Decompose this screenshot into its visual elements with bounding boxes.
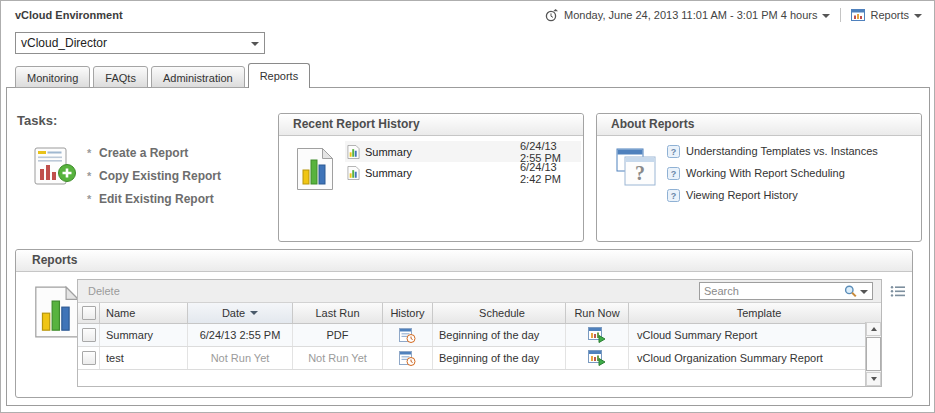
search-input[interactable] xyxy=(700,285,844,297)
task-create-report[interactable]: * Create a Report xyxy=(87,141,221,164)
column-header-date[interactable]: Date xyxy=(188,303,293,323)
column-header-last-run[interactable]: Last Run xyxy=(293,303,383,323)
reports-menu-icon xyxy=(851,9,865,21)
history-icon[interactable] xyxy=(383,324,433,346)
column-header-template[interactable]: Template xyxy=(629,303,881,323)
report-document-icon xyxy=(296,147,334,191)
column-header-label: Name xyxy=(106,307,135,319)
reports-menu[interactable]: Reports xyxy=(851,9,922,21)
column-header-schedule[interactable]: Schedule xyxy=(433,303,566,323)
help-link-label: Working With Report Scheduling xyxy=(686,167,845,179)
cell-name: Summary xyxy=(100,324,188,346)
environment-dropdown[interactable]: vCloud_Director xyxy=(15,32,265,54)
cell-date: Not Run Yet xyxy=(188,347,293,369)
column-header-label: Template xyxy=(737,307,782,319)
help-link-label: Viewing Report History xyxy=(686,189,798,201)
task-edit-existing-report[interactable]: * Edit Existing Report xyxy=(87,187,221,210)
column-header-history[interactable]: History xyxy=(383,303,433,323)
environment-dropdown-value: vCloud_Director xyxy=(16,36,246,50)
reports-panel: Reports Delete xyxy=(15,249,913,398)
tab-reports[interactable]: Reports xyxy=(248,63,311,88)
tab-faqts[interactable]: FAQts xyxy=(93,66,148,88)
reports-document-icon xyxy=(34,284,80,340)
task-bullet: * xyxy=(87,170,99,182)
reports-table: Delete Nam xyxy=(77,279,882,387)
tab-monitoring[interactable]: Monitoring xyxy=(15,66,90,88)
topbar-divider xyxy=(840,8,841,22)
task-copy-existing-report[interactable]: * Copy Existing Report xyxy=(87,164,221,187)
cell-template: vCloud Organization Summary Report xyxy=(629,347,881,369)
help-link-report-scheduling[interactable]: ? Working With Report Scheduling xyxy=(667,162,917,184)
cell-last-run: PDF xyxy=(293,324,383,346)
recent-report-link[interactable]: Summary xyxy=(365,146,412,158)
help-link-label: Understanding Templates vs. Instances xyxy=(686,145,878,157)
cell-name: test xyxy=(100,347,188,369)
dropdown-arrow-icon xyxy=(246,41,264,46)
run-now-icon[interactable] xyxy=(566,324,629,346)
about-reports-icon: ? xyxy=(616,148,658,188)
row-checkbox[interactable] xyxy=(82,351,96,365)
cell-schedule: Beginning of the day xyxy=(433,324,566,346)
help-link-templates-vs-instances[interactable]: ? Understanding Templates vs. Instances xyxy=(667,140,917,162)
search-icon xyxy=(844,285,857,298)
about-reports-panel: About Reports ? ? Understanding Template… xyxy=(596,113,922,242)
vertical-scrollbar[interactable] xyxy=(865,322,881,386)
select-all-checkbox[interactable] xyxy=(82,306,96,320)
row-select-cell xyxy=(78,324,100,346)
customizer-icon[interactable] xyxy=(890,285,906,298)
row-select-cell xyxy=(78,347,100,369)
report-document-icon xyxy=(347,145,360,159)
svg-text:?: ? xyxy=(671,168,677,178)
scroll-down-button[interactable] xyxy=(866,372,881,386)
row-checkbox[interactable] xyxy=(82,328,96,342)
task-bullet: * xyxy=(87,193,99,205)
recent-report-history-panel: Recent Report History Summary 6/24/13 2:… xyxy=(278,113,584,242)
search-controls[interactable] xyxy=(844,285,872,298)
cell-template: vCloud Summary Report xyxy=(629,324,881,346)
help-page-icon: ? xyxy=(667,145,680,158)
delete-button[interactable]: Delete xyxy=(78,285,120,297)
svg-text:?: ? xyxy=(671,190,677,200)
svg-text:?: ? xyxy=(671,146,677,156)
tab-bar: Monitoring FAQts Administration Reports xyxy=(15,63,313,88)
reports-panel-title: Reports xyxy=(16,250,912,272)
scroll-up-button[interactable] xyxy=(866,322,881,336)
recent-report-link[interactable]: Summary xyxy=(365,167,412,179)
recent-entry-row: Summary 6/24/13 2:42 PM xyxy=(345,162,581,183)
recent-report-time: 6/24/13 2:42 PM xyxy=(520,161,581,185)
task-label: Copy Existing Report xyxy=(99,169,221,183)
history-icon[interactable] xyxy=(383,347,433,369)
page-title: vCloud Environment xyxy=(15,9,123,21)
topbar-right: Monday, June 24, 2013 11:01 AM - 3:01 PM… xyxy=(545,8,922,22)
reports-table-header: Name Date Last Run History Schedule Run … xyxy=(78,303,881,324)
cell-last-run: Not Run Yet xyxy=(293,347,383,369)
about-links-list: ? Understanding Templates vs. Instances … xyxy=(667,140,917,206)
table-row[interactable]: Summary 6/24/13 2:55 PM PDF Beginning of… xyxy=(78,324,881,347)
column-header-label: History xyxy=(390,307,424,319)
report-document-icon xyxy=(347,166,360,180)
reports-menu-label: Reports xyxy=(870,9,909,21)
about-reports-title: About Reports xyxy=(597,114,921,136)
reports-table-toolbar: Delete xyxy=(78,280,881,303)
scrollbar-thumb[interactable] xyxy=(866,337,881,371)
search-box[interactable] xyxy=(699,282,873,300)
column-header-label: Last Run xyxy=(315,307,359,319)
help-link-report-history[interactable]: ? Viewing Report History xyxy=(667,184,917,206)
timerange-selector[interactable]: Monday, June 24, 2013 11:01 AM - 3:01 PM… xyxy=(545,9,830,22)
recent-report-history-title: Recent Report History xyxy=(279,114,583,136)
task-bullet: * xyxy=(87,147,99,159)
cell-schedule: Beginning of the day xyxy=(433,347,566,369)
task-label: Create a Report xyxy=(99,146,188,160)
recent-entry-row: Summary 6/24/13 2:55 PM xyxy=(345,141,581,162)
timerange-icon xyxy=(545,9,559,22)
column-header-name[interactable]: Name xyxy=(100,303,188,323)
column-header-run-now[interactable]: Run Now xyxy=(566,303,629,323)
column-header-label: Schedule xyxy=(479,307,525,319)
chevron-down-icon xyxy=(822,14,830,18)
run-now-icon[interactable] xyxy=(566,347,629,369)
column-header-label: Date xyxy=(222,307,245,319)
task-list: * Create a Report * Copy Existing Report… xyxy=(87,141,221,210)
column-header-label: Run Now xyxy=(574,307,619,319)
tab-administration[interactable]: Administration xyxy=(151,66,245,88)
table-row[interactable]: test Not Run Yet Not Run Yet Beginning o… xyxy=(78,347,881,370)
